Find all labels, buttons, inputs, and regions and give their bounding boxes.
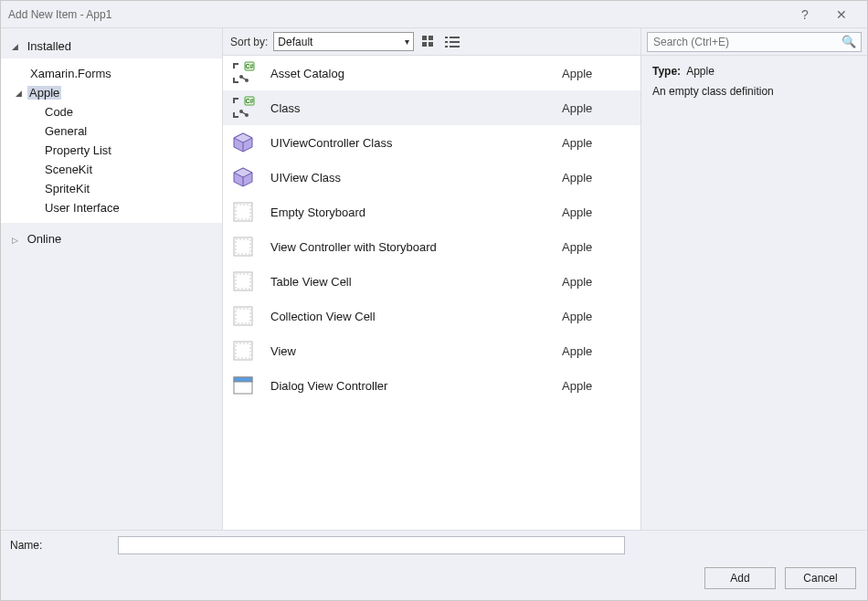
dialog-footer: Name: Add Cancel [1,530,867,600]
template-row[interactable]: C#ClassApple [223,90,640,125]
svg-rect-2 [422,42,427,47]
view-large-icons-button[interactable] [419,33,438,51]
cs-icon: C# [230,60,256,86]
svg-rect-5 [450,37,460,38]
template-category: Apple [562,344,626,358]
svg-rect-4 [445,37,448,38]
template-row[interactable]: Collection View CellApple [223,299,640,333]
svg-rect-11 [233,63,235,69]
tree-item-spritekit[interactable]: SpriteKit [1,179,222,198]
template-category: Apple [562,240,626,254]
cube-icon [230,164,256,190]
svg-rect-8 [445,46,448,47]
template-category: Apple [562,379,626,393]
list-icon [445,36,460,48]
template-row[interactable]: ViewApple [223,333,640,368]
grid-icon [422,36,435,48]
detail-description: An empty class definition [652,85,856,98]
template-category: Apple [562,136,626,150]
svg-rect-34 [234,342,252,360]
template-category: Apple [562,101,626,115]
svg-rect-0 [422,36,427,40]
category-tree: Installed Xamarin.FormsAppleCodeGeneralP… [1,28,223,530]
svg-rect-21 [233,116,238,118]
template-name: UIView Class [270,171,562,185]
cancel-button[interactable]: Cancel [785,567,856,589]
svg-rect-6 [445,41,448,43]
svg-rect-32 [234,307,252,325]
cs-icon: C# [230,95,256,121]
template-name: View [270,344,562,358]
template-toolbar: Sort by: Default [223,28,640,56]
tree-item-apple[interactable]: Apple [1,83,222,102]
titlebar: Add New Item - App1 ? ✕ [1,1,867,28]
template-row[interactable]: UIView ClassApple [223,160,640,195]
sheet-icon [230,303,256,329]
search-input[interactable] [647,32,862,52]
view-list-button[interactable] [443,33,461,51]
sheet-icon [230,199,256,225]
name-label: Name: [10,539,111,552]
template-name: View Controller with Storyboard [270,240,562,254]
svg-rect-26 [234,203,252,221]
window-title: Add New Item - App1 [8,8,787,21]
search-icon[interactable]: 🔍 [842,35,856,48]
template-row[interactable]: UIViewController ClassApple [223,125,640,160]
template-name: Table View Cell [270,275,562,289]
close-button[interactable]: ✕ [823,7,860,22]
tree-item-code[interactable]: Code [1,102,222,121]
template-name: Dialog View Controller [270,379,562,393]
tree-item-general[interactable]: General [1,121,222,141]
add-button[interactable]: Add [704,567,776,589]
svg-rect-9 [450,46,460,47]
window-icon [230,373,256,398]
svg-text:C#: C# [246,63,254,69]
template-row[interactable]: Dialog View ControllerApple [223,368,640,403]
svg-rect-37 [234,377,252,382]
tree-item-xamarin-forms[interactable]: Xamarin.Forms [1,64,222,83]
tree-item-user-interface[interactable]: User Interface [1,198,222,217]
help-button[interactable]: ? [787,7,823,22]
sheet-icon [230,269,256,294]
svg-rect-30 [234,272,252,290]
tree-node-installed[interactable]: Installed [1,36,222,57]
svg-rect-3 [429,42,433,47]
template-category: Apple [562,206,626,219]
tree-node-online[interactable]: Online [1,228,222,249]
svg-text:C#: C# [246,98,254,104]
details-pane: 🔍 Type: Apple An empty class definition [640,28,867,530]
detail-type-value: Apple [686,65,715,78]
template-category: Apple [562,171,626,185]
template-row[interactable]: View Controller with StoryboardApple [223,229,640,264]
svg-rect-28 [234,237,252,256]
sort-by-label: Sort by: [230,36,268,48]
template-list[interactable]: C#Asset CatalogAppleC#ClassAppleUIViewCo… [223,56,640,530]
template-name: Asset Catalog [270,67,562,80]
template-category: Apple [562,275,626,289]
sheet-icon [230,338,256,364]
template-name: Class [270,101,562,115]
sort-by-dropdown[interactable]: Default [273,32,414,51]
template-name: UIViewController Class [270,136,562,150]
cube-icon [230,130,256,155]
template-name: Empty Storyboard [270,206,562,219]
sheet-icon [230,234,256,259]
template-category: Apple [562,67,626,80]
tree-item-scenekit[interactable]: SceneKit [1,160,222,179]
svg-rect-19 [233,98,235,103]
name-input[interactable] [118,536,625,554]
template-row[interactable]: Table View CellApple [223,264,640,299]
svg-rect-1 [429,36,433,40]
svg-rect-7 [450,41,460,43]
add-new-item-dialog: Add New Item - App1 ? ✕ Installed Xamari… [0,0,868,601]
tree-item-property-list[interactable]: Property List [1,141,222,160]
template-name: Collection View Cell [270,310,562,323]
svg-rect-13 [233,81,238,83]
detail-type-label: Type: [652,65,681,78]
template-category: Apple [562,310,626,323]
template-row[interactable]: C#Asset CatalogApple [223,56,640,90]
template-row[interactable]: Empty StoryboardApple [223,195,640,229]
